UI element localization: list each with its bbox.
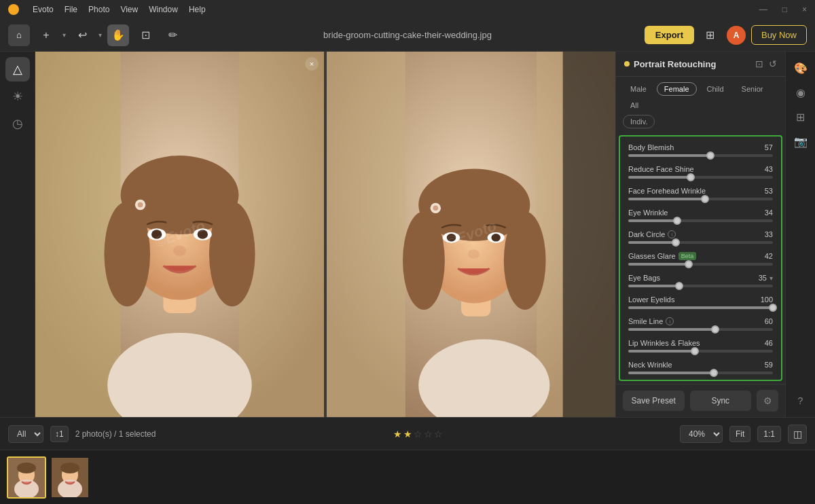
add-button[interactable]: + bbox=[35, 24, 57, 46]
slider-label-lip-wrinkles-flakes: Lip Wrinkles & Flakes bbox=[628, 339, 700, 347]
bottom-bar: All ↕1 2 photo(s) / 1 selected ★ ★ ☆ ☆ ☆… bbox=[0, 417, 815, 450]
slider-row-face-forehead-wrinkle: Face Forehead Wrinkle 53 bbox=[620, 183, 781, 204]
sidebar-tool-clock[interactable]: ◷ bbox=[5, 111, 30, 136]
compare-button[interactable]: ◫ bbox=[788, 425, 807, 444]
slider-track-body-blemish[interactable] bbox=[628, 154, 773, 157]
sidebar-tool-sun[interactable]: ☀ bbox=[5, 84, 30, 109]
undo-button[interactable]: ↩ bbox=[71, 24, 93, 46]
far-sidebar-camera-button[interactable]: 📷 bbox=[790, 130, 812, 152]
svg-point-15 bbox=[138, 202, 143, 208]
indiv-button[interactable]: Indiv. bbox=[623, 115, 655, 128]
menu-item-window[interactable]: Window bbox=[149, 5, 178, 14]
avatar-button[interactable]: A bbox=[727, 26, 746, 45]
menu-item-file[interactable]: File bbox=[65, 5, 77, 14]
slider-row-glasses-glare: Glasses Glare Beta 42 bbox=[620, 248, 781, 270]
export-button[interactable]: Export bbox=[645, 26, 694, 44]
slider-row-dark-circle: Dark Circle i 33 bbox=[620, 226, 781, 248]
filmstrip-thumb-2[interactable] bbox=[50, 456, 90, 499]
panel-header: Portrait Retouching ⊡ ↺ bbox=[616, 52, 785, 77]
slider-track-lip-wrinkles-flakes[interactable] bbox=[628, 350, 773, 353]
tab-all[interactable]: All bbox=[623, 98, 646, 112]
info-icon-dark-circle[interactable]: i bbox=[668, 230, 676, 238]
svg-point-12 bbox=[198, 230, 208, 239]
slider-track-neck-wrinkle[interactable] bbox=[628, 372, 773, 374]
sidebar-tool-triangle[interactable]: △ bbox=[5, 57, 30, 82]
slider-row-double-chin: Double Chin i 88 bbox=[620, 378, 781, 381]
slider-track-dark-circle[interactable] bbox=[628, 241, 773, 244]
slider-row-body-blemish: Body Blemish 57 bbox=[620, 139, 781, 161]
left-sidebar: △ ☀ ◷ bbox=[0, 52, 35, 417]
slider-value-face-forehead-wrinkle: 53 bbox=[765, 187, 773, 195]
slider-value-body-blemish: 57 bbox=[765, 143, 773, 151]
svg-point-10 bbox=[151, 230, 162, 239]
slider-row-neck-wrinkle: Neck Wrinkle 59 bbox=[620, 357, 781, 378]
slider-track-eye-bags[interactable] bbox=[628, 285, 773, 287]
slider-track-eye-wrinkle[interactable] bbox=[628, 219, 773, 222]
star-3[interactable]: ☆ bbox=[414, 429, 422, 439]
minimize-btn[interactable]: — bbox=[759, 5, 767, 14]
slider-row-lip-wrinkles-flakes: Lip Wrinkles & Flakes 46 bbox=[620, 335, 781, 357]
menu-item-view[interactable]: View bbox=[120, 5, 138, 14]
svg-point-30 bbox=[468, 249, 479, 259]
slider-track-smile-line[interactable] bbox=[628, 328, 773, 331]
far-sidebar-palette-button[interactable]: 🎨 bbox=[790, 57, 812, 79]
hand-tool-button[interactable]: ✋ bbox=[107, 24, 129, 46]
maximize-btn[interactable]: □ bbox=[782, 5, 787, 14]
tab-male[interactable]: Male bbox=[623, 82, 654, 96]
slider-value-lower-eyelids: 100 bbox=[761, 295, 773, 304]
tab-senior[interactable]: Senior bbox=[734, 82, 771, 96]
slider-track-reduce-face-shine[interactable] bbox=[628, 176, 773, 179]
tab-female[interactable]: Female bbox=[657, 82, 697, 96]
info-icon-smile-line[interactable]: i bbox=[666, 317, 674, 325]
fit-button[interactable]: Fit bbox=[729, 426, 750, 442]
filmstrip-thumb-1[interactable] bbox=[7, 456, 46, 499]
tab-child[interactable]: Child bbox=[700, 82, 731, 96]
panel-title: Portrait Retouching bbox=[624, 59, 716, 69]
slider-value-smile-line: 60 bbox=[765, 317, 773, 325]
icon-button-1[interactable]: ⊞ bbox=[700, 24, 721, 46]
slider-value-reduce-face-shine: 43 bbox=[765, 165, 773, 173]
star-2[interactable]: ★ bbox=[403, 429, 412, 439]
svg-point-29 bbox=[491, 234, 501, 242]
slider-value-eye-bags: 35 ▾ bbox=[759, 274, 773, 282]
svg-point-8 bbox=[209, 202, 255, 307]
sync-button[interactable]: Sync bbox=[690, 391, 752, 411]
panel-refresh-button[interactable]: ↺ bbox=[769, 58, 777, 69]
svg-point-25 bbox=[504, 211, 546, 310]
filter-select[interactable]: All bbox=[8, 425, 43, 443]
slider-value-neck-wrinkle: 59 bbox=[765, 361, 773, 369]
svg-point-7 bbox=[104, 202, 150, 307]
close-left-panel-button[interactable]: × bbox=[305, 57, 319, 71]
chevron-add-icon[interactable]: ▾ bbox=[62, 31, 66, 39]
menu-item-photo[interactable]: Photo bbox=[88, 5, 109, 14]
brush-tool-button[interactable]: ✏ bbox=[162, 24, 183, 46]
star-5[interactable]: ☆ bbox=[434, 429, 443, 439]
settings-gear-button[interactable]: ⚙ bbox=[757, 390, 778, 412]
zoom-select[interactable]: 40% bbox=[680, 425, 723, 443]
home-button[interactable]: ⌂ bbox=[8, 24, 30, 46]
panel-header-icons: ⊡ ↺ bbox=[755, 58, 777, 69]
crop-tool-button[interactable]: ⊡ bbox=[134, 24, 156, 46]
help-button[interactable]: ? bbox=[790, 390, 812, 412]
sort-button[interactable]: ↕1 bbox=[50, 426, 69, 442]
menu-item-evoto[interactable]: Evoto bbox=[33, 5, 54, 14]
dropdown-arrow-eye-bags[interactable]: ▾ bbox=[769, 274, 773, 282]
close-btn[interactable]: × bbox=[802, 5, 807, 14]
canvas-area: × bbox=[35, 52, 615, 417]
panel-expand-button[interactable]: ⊡ bbox=[755, 58, 763, 69]
panel-bottom: Save Preset Sync ⚙ bbox=[616, 384, 785, 417]
menu-item-help[interactable]: Help bbox=[189, 5, 206, 14]
slider-label-glasses-glare: Glasses Glare Beta bbox=[628, 252, 696, 260]
star-1[interactable]: ★ bbox=[393, 429, 402, 439]
slider-track-lower-eyelids[interactable] bbox=[628, 306, 773, 309]
buy-now-button[interactable]: Buy Now bbox=[751, 25, 807, 45]
slider-track-glasses-glare[interactable] bbox=[628, 263, 773, 266]
slider-track-face-forehead-wrinkle[interactable] bbox=[628, 198, 773, 200]
far-sidebar-layers-button[interactable]: ⊞ bbox=[790, 106, 812, 128]
save-preset-button[interactable]: Save Preset bbox=[623, 391, 685, 411]
far-sidebar-person-button[interactable]: ◉ bbox=[790, 82, 812, 103]
bride-portrait-left bbox=[35, 52, 324, 417]
star-4[interactable]: ☆ bbox=[424, 429, 433, 439]
one-one-button[interactable]: 1:1 bbox=[757, 426, 781, 442]
chevron-undo-icon[interactable]: ▾ bbox=[98, 31, 102, 39]
